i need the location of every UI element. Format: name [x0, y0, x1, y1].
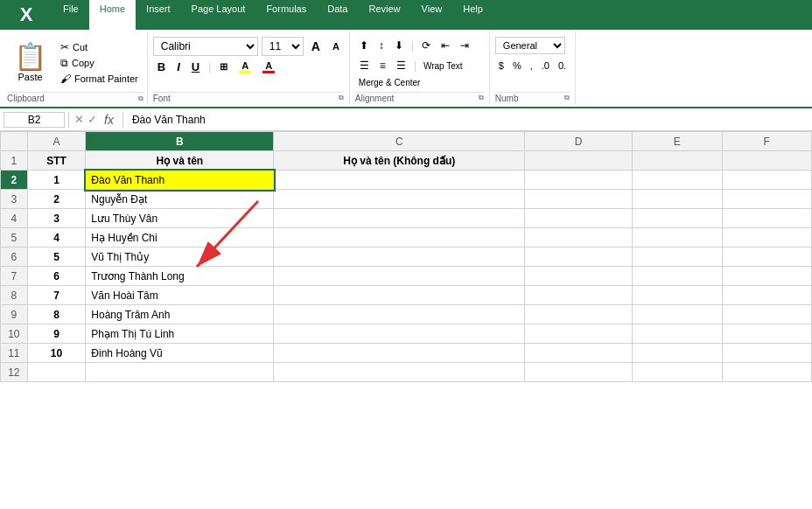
cell-A4[interactable]: 3	[27, 209, 86, 228]
cell-A3[interactable]: 2	[27, 190, 86, 209]
comma-button[interactable]: ,	[527, 58, 536, 73]
formula-confirm-button[interactable]: ✓	[86, 113, 99, 126]
number-expand-icon[interactable]: ⧉	[564, 94, 570, 103]
cell-B12[interactable]	[86, 363, 274, 382]
cell-D6[interactable]	[525, 248, 633, 267]
cell-C5[interactable]	[274, 228, 525, 248]
cell-D12[interactable]	[525, 363, 633, 382]
col-header-d[interactable]: D	[525, 132, 633, 151]
cell-F7[interactable]	[722, 267, 811, 286]
cell-E9[interactable]	[633, 305, 722, 324]
cell-C8[interactable]	[274, 286, 525, 305]
cell-F8[interactable]	[722, 286, 811, 305]
cell-D11[interactable]	[525, 344, 633, 363]
cell-B1[interactable]: Họ và tên	[86, 151, 274, 171]
cell-E4[interactable]	[633, 209, 722, 228]
cell-F5[interactable]	[722, 228, 811, 248]
row-header-8[interactable]: 8	[1, 286, 28, 305]
row-header-3[interactable]: 3	[1, 190, 28, 209]
cell-D2[interactable]	[525, 171, 633, 190]
cell-F1[interactable]	[722, 151, 811, 171]
cell-D5[interactable]	[525, 228, 633, 248]
align-top-button[interactable]: ⬆	[355, 37, 373, 54]
cell-D9[interactable]	[525, 305, 633, 324]
underline-button[interactable]: U	[187, 59, 204, 75]
cell-E3[interactable]	[633, 190, 722, 209]
cell-E8[interactable]	[633, 286, 722, 305]
row-header-10[interactable]: 10	[1, 324, 28, 344]
cell-F6[interactable]	[722, 248, 811, 267]
cell-B3[interactable]: Nguyễn Đạt	[86, 190, 274, 209]
cell-F4[interactable]	[722, 209, 811, 228]
cell-A7[interactable]: 6	[27, 267, 86, 286]
row-header-1[interactable]: 1	[1, 151, 28, 171]
cell-D1[interactable]	[525, 151, 633, 171]
cell-C12[interactable]	[274, 363, 525, 382]
formula-cancel-button[interactable]: ✕	[73, 113, 86, 126]
cell-E6[interactable]	[633, 248, 722, 267]
cell-C10[interactable]	[274, 324, 525, 344]
cell-C3[interactable]	[274, 190, 525, 209]
cell-E10[interactable]	[633, 324, 722, 344]
col-header-e[interactable]: E	[633, 132, 722, 151]
format-painter-button[interactable]: 🖌 Format Painter	[57, 71, 142, 87]
cell-B9[interactable]: Hoàng Trâm Anh	[86, 305, 274, 324]
cell-C4[interactable]	[274, 209, 525, 228]
cell-A9[interactable]: 8	[27, 305, 86, 324]
cell-F11[interactable]	[722, 344, 811, 363]
cell-F9[interactable]	[722, 305, 811, 324]
cell-E1[interactable]	[633, 151, 722, 171]
tab-file[interactable]: File	[52, 0, 89, 30]
row-header-5[interactable]: 5	[1, 228, 28, 248]
cell-B4[interactable]: Lưu Thùy Vân	[86, 209, 274, 228]
tab-home[interactable]: Home	[89, 0, 136, 30]
cell-B10[interactable]: Phạm Thị Tú Linh	[86, 324, 274, 344]
row-header-2[interactable]: 2	[1, 171, 28, 190]
cell-B7[interactable]: Trương Thành Long	[86, 267, 274, 286]
cell-A1[interactable]: STT	[27, 151, 86, 171]
font-shrink-button[interactable]: A	[328, 39, 344, 53]
cell-F12[interactable]	[722, 363, 811, 382]
cell-A8[interactable]: 7	[27, 286, 86, 305]
col-header-f[interactable]: F	[722, 132, 811, 151]
cell-reference-box[interactable]	[4, 112, 65, 128]
decimal-decrease-button[interactable]: 0.	[555, 58, 570, 73]
tab-page-layout[interactable]: Page Layout	[181, 0, 256, 30]
cell-B8[interactable]: Văn Hoài Tâm	[86, 286, 274, 305]
align-left-button[interactable]: ☰	[355, 57, 374, 74]
cell-B2[interactable]: Đào Văn Thanh	[86, 171, 274, 190]
cell-D4[interactable]	[525, 209, 633, 228]
cell-A2[interactable]: 1	[27, 171, 86, 190]
paste-button[interactable]: 📋 Paste	[7, 33, 53, 92]
text-direction-button[interactable]: ⟳	[417, 37, 435, 54]
italic-button[interactable]: I	[172, 59, 185, 75]
cell-E5[interactable]	[633, 228, 722, 248]
font-expand-icon[interactable]: ⧉	[339, 94, 344, 103]
font-size-select[interactable]: 11	[262, 37, 304, 56]
cell-D8[interactable]	[525, 286, 633, 305]
indent-decrease-button[interactable]: ⇤	[437, 37, 454, 54]
col-header-c[interactable]: C	[274, 132, 525, 151]
font-name-select[interactable]: Calibri	[153, 37, 258, 56]
row-header-9[interactable]: 9	[1, 305, 28, 324]
align-bottom-button[interactable]: ⬇	[390, 37, 408, 54]
cell-E12[interactable]	[633, 363, 722, 382]
tab-insert[interactable]: Insert	[136, 0, 181, 30]
merge-center-button[interactable]: Merge & Center	[355, 76, 424, 89]
tab-view[interactable]: View	[411, 0, 453, 30]
cell-D7[interactable]	[525, 267, 633, 286]
tab-review[interactable]: Review	[358, 0, 410, 30]
cell-E7[interactable]	[633, 267, 722, 286]
cell-A5[interactable]: 4	[27, 228, 86, 248]
align-center-button[interactable]: ≡	[375, 57, 390, 74]
bold-button[interactable]: B	[153, 59, 170, 75]
row-header-11[interactable]: 11	[1, 344, 28, 363]
row-header-4[interactable]: 4	[1, 209, 28, 228]
border-button[interactable]: ⊞	[215, 59, 232, 74]
cell-D3[interactable]	[525, 190, 633, 209]
percent-button[interactable]: $	[495, 58, 508, 73]
cell-C2[interactable]	[274, 171, 525, 190]
decimal-increase-button[interactable]: .0	[538, 58, 553, 73]
indent-increase-button[interactable]: ⇥	[456, 37, 473, 54]
tab-data[interactable]: Data	[317, 0, 358, 30]
